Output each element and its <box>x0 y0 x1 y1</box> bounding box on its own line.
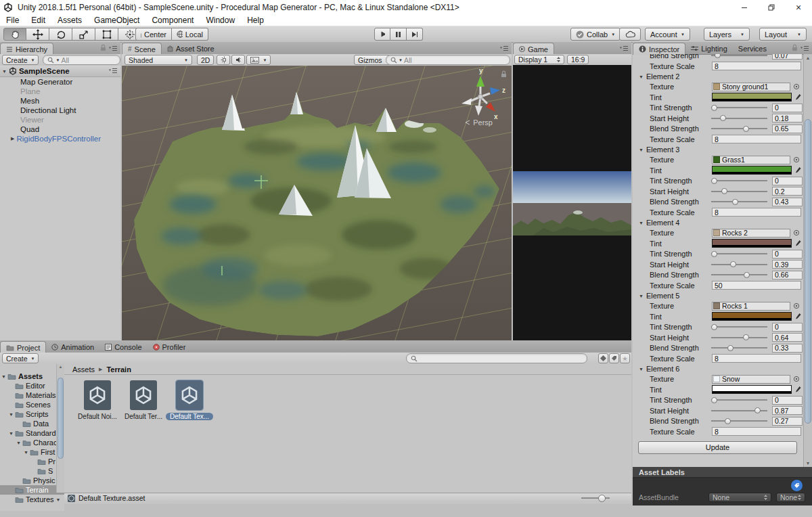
hierarchy-item-plane[interactable]: Plane <box>0 87 120 96</box>
project-folder-terrain[interactable]: Terrain <box>0 485 64 495</box>
panel-menu-icon[interactable] <box>500 42 509 54</box>
pivot-local-button[interactable]: Local <box>172 28 208 41</box>
slider-knob[interactable] <box>732 199 738 205</box>
assetbundle-dropdown[interactable]: None <box>708 493 771 502</box>
value-field[interactable]: 0.07 <box>772 54 803 60</box>
texture-scale-field[interactable]: 8 <box>712 135 801 143</box>
start-height-slider[interactable] <box>711 334 767 341</box>
value-field[interactable]: 0 <box>772 104 803 112</box>
hierarchy-search-input[interactable]: ▼ All <box>43 55 120 65</box>
collab-dropdown[interactable]: Collab▼ <box>570 28 621 41</box>
scene-header-row[interactable]: ▼ SampleScene <box>0 66 120 77</box>
value-field[interactable]: 0.39 <box>772 260 803 269</box>
slider-knob[interactable] <box>711 178 717 184</box>
tab-asset-store[interactable]: Asset Store <box>162 43 220 54</box>
value-field[interactable]: 0.2 <box>772 187 803 196</box>
value-field[interactable]: 0.33 <box>772 344 803 353</box>
draw-mode-dropdown[interactable]: Shaded▼ <box>125 55 192 65</box>
menu-file[interactable]: File <box>0 16 25 25</box>
start-height-slider[interactable] <box>711 261 767 268</box>
scene-gizmo[interactable]: y z x <box>461 67 505 120</box>
texture-scale-field[interactable]: 8 <box>712 208 801 217</box>
effects-dropdown[interactable]: ▼ <box>246 55 271 65</box>
element-header-element-3[interactable]: ▼Element 3 <box>633 145 803 155</box>
texture-scale-field[interactable]: 8 <box>712 354 801 363</box>
project-folder-charac[interactable]: ▼Charac <box>0 438 64 447</box>
project-folder-data[interactable]: Data <box>0 419 64 428</box>
tab-inspector[interactable]: Inspector <box>633 43 685 55</box>
element-header-element-6[interactable]: ▼Element 6 <box>633 364 803 374</box>
menu-assets[interactable]: Assets <box>51 16 88 25</box>
tint-strength-slider[interactable] <box>711 250 767 257</box>
texture-object-field[interactable]: Stony ground1 <box>712 83 790 91</box>
blend-strength-slider[interactable] <box>711 344 767 351</box>
object-picker-icon[interactable] <box>793 229 800 236</box>
tab-game[interactable]: Game <box>513 43 554 55</box>
play-button[interactable] <box>374 28 390 41</box>
slider-knob[interactable] <box>725 418 731 424</box>
2d-toggle[interactable]: 2D <box>197 55 214 65</box>
blend-strength-slider[interactable] <box>711 418 767 424</box>
lighting-toggle[interactable] <box>217 55 230 65</box>
scale-tool-button[interactable] <box>72 28 95 41</box>
account-dropdown[interactable]: Account▼ <box>645 28 690 41</box>
scene-lock-icon[interactable] <box>501 68 507 81</box>
scene-search-input[interactable]: ▼ All <box>386 55 510 65</box>
eyedropper-icon[interactable] <box>794 240 801 248</box>
persp-label[interactable]: Persp <box>464 118 493 127</box>
eyedropper-icon[interactable] <box>794 386 801 394</box>
rotate-tool-button[interactable] <box>49 28 72 41</box>
layers-dropdown[interactable]: Layers▼ <box>704 28 750 41</box>
project-folder-scenes[interactable]: Scenes <box>0 400 64 409</box>
menu-edit[interactable]: Edit <box>25 16 51 25</box>
eyedropper-icon[interactable] <box>794 166 801 175</box>
menu-window[interactable]: Window <box>200 16 241 25</box>
rect-tool-button[interactable] <box>95 28 118 41</box>
display-dropdown[interactable]: Display 1 <box>514 55 564 64</box>
tab-profiler[interactable]: Profiler <box>148 341 191 353</box>
pause-button[interactable] <box>390 28 407 41</box>
asset-labels-header[interactable]: Asset Labels <box>633 467 812 478</box>
tint-strength-slider[interactable] <box>711 177 767 184</box>
breadcrumb-current[interactable]: Terrain <box>106 365 131 374</box>
tab-hierarchy[interactable]: Hierarchy <box>0 43 53 55</box>
panel-menu-icon[interactable] <box>620 42 629 54</box>
expand-arrow[interactable]: ▼ <box>9 431 15 436</box>
eyedropper-icon[interactable] <box>794 93 801 102</box>
project-folder-s[interactable]: S <box>0 466 64 476</box>
breadcrumb-root[interactable]: Assets <box>72 365 95 374</box>
slider-knob[interactable] <box>715 54 721 58</box>
hierarchy-item-quad[interactable]: Quad <box>0 125 120 134</box>
slider-knob[interactable] <box>730 261 736 267</box>
restore-button[interactable] <box>758 0 785 15</box>
project-folder-standard[interactable]: ▼Standard <box>0 428 64 438</box>
inspector-scrollbar[interactable]: ▲ ▼ <box>803 54 812 467</box>
element-header-element-4[interactable]: ▼Element 4 <box>633 218 803 228</box>
menu-gameobject[interactable]: GameObject <box>88 16 145 25</box>
lock-icon[interactable] <box>792 42 798 54</box>
object-picker-icon[interactable] <box>793 302 800 309</box>
scrollbar-thumb[interactable] <box>805 119 811 424</box>
hierarchy-item-viewer[interactable]: Viewer <box>0 115 120 125</box>
tint-strength-slider[interactable] <box>711 397 767 403</box>
project-folder-assets[interactable]: ▼Assets <box>0 372 64 381</box>
tint-color-swatch[interactable] <box>712 312 792 321</box>
project-folder-materials[interactable]: Materials <box>0 390 64 400</box>
expand-arrow[interactable]: ▶ <box>11 136 14 141</box>
value-field[interactable]: 0.18 <box>772 114 803 122</box>
element-header-element-5[interactable]: ▼Element 5 <box>633 291 803 301</box>
pivot-center-button[interactable]: Center <box>135 28 172 41</box>
tint-strength-slider[interactable] <box>711 104 767 111</box>
asset-item-default-ter-[interactable]: Default Ter... <box>122 380 164 420</box>
slider-knob[interactable] <box>743 334 749 340</box>
project-folder-scripts[interactable]: ▼Scripts <box>0 409 64 419</box>
project-create-button[interactable]: Create▼ <box>2 353 39 363</box>
texture-object-field[interactable]: Rocks 2 <box>712 229 790 238</box>
expand-arrow[interactable]: ▼ <box>16 441 22 445</box>
hierarchy-item-directional-light[interactable]: Directional Light <box>0 106 120 115</box>
start-height-slider[interactable] <box>711 407 767 414</box>
tint-color-swatch[interactable] <box>712 385 792 394</box>
expand-arrow[interactable]: ▼ <box>9 412 15 417</box>
tab-scene[interactable]: #Scene <box>122 43 162 55</box>
game-viewport[interactable] <box>513 65 631 340</box>
